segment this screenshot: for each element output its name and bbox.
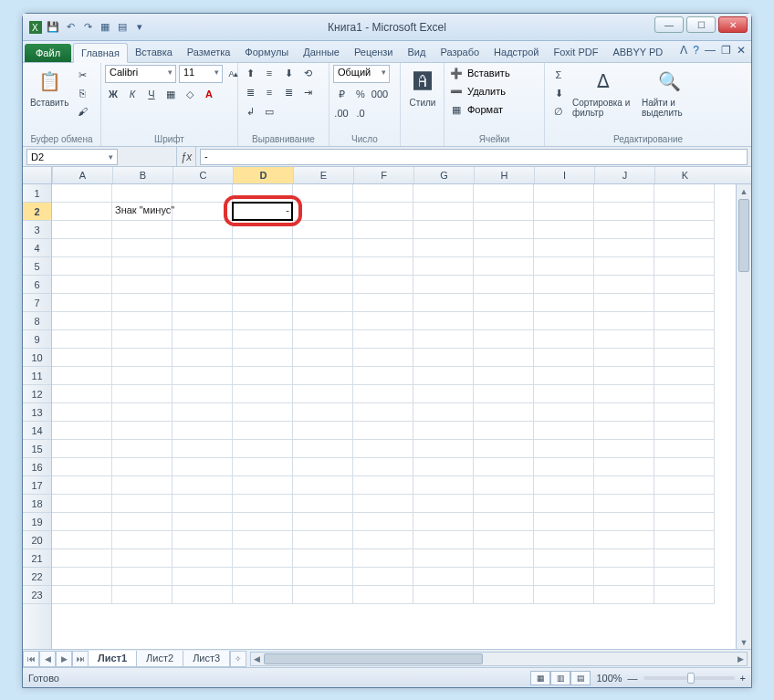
indent-icon[interactable]: ⇥	[299, 84, 316, 100]
scroll-thumb[interactable]	[738, 199, 749, 272]
cell[interactable]	[112, 239, 173, 257]
ribbon-minimize-icon[interactable]: ᐱ	[680, 44, 687, 57]
row-header[interactable]: 12	[23, 385, 51, 403]
cell[interactable]	[654, 513, 715, 531]
row-header[interactable]: 10	[23, 349, 51, 367]
cell[interactable]	[353, 458, 413, 476]
page-layout-view-icon[interactable]: ▥	[550, 671, 570, 685]
row-header[interactable]: 9	[23, 330, 51, 349]
cell[interactable]	[173, 422, 233, 440]
cell[interactable]	[293, 531, 353, 549]
doc-close-icon[interactable]: ✕	[737, 44, 746, 57]
cell[interactable]	[413, 221, 474, 239]
cell[interactable]	[293, 367, 353, 385]
maximize-button[interactable]: ☐	[686, 16, 716, 33]
underline-icon[interactable]: Ч	[143, 86, 160, 102]
row-header[interactable]: 8	[23, 312, 51, 330]
row-header[interactable]: 19	[23, 513, 51, 531]
cell[interactable]	[233, 312, 293, 330]
cell[interactable]	[654, 312, 715, 330]
cell[interactable]	[474, 330, 534, 349]
cell[interactable]: Знак "минус"	[112, 203, 173, 221]
cell[interactable]	[52, 312, 112, 330]
cell[interactable]	[173, 367, 233, 385]
cell[interactable]	[173, 403, 233, 422]
cell[interactable]	[233, 330, 293, 349]
cell[interactable]	[654, 549, 715, 568]
insert-cells-button[interactable]: ➕Вставить	[448, 65, 510, 81]
cell[interactable]	[413, 203, 474, 221]
cell[interactable]	[594, 203, 654, 221]
cell[interactable]	[233, 367, 293, 385]
cell[interactable]	[534, 294, 594, 312]
cell[interactable]	[173, 476, 233, 495]
name-box[interactable]: D2	[26, 149, 118, 165]
cell[interactable]	[173, 184, 233, 203]
cell[interactable]	[474, 221, 534, 239]
align-top-icon[interactable]: ⬆	[242, 65, 258, 81]
sheet-nav-prev-icon[interactable]: ◀	[39, 651, 56, 667]
cell[interactable]	[173, 568, 233, 586]
cell[interactable]	[353, 184, 413, 203]
row-header[interactable]: 7	[23, 294, 51, 312]
scroll-up-icon[interactable]: ▲	[737, 184, 751, 198]
zoom-slider[interactable]	[643, 676, 735, 680]
select-all-corner[interactable]	[23, 167, 52, 183]
cell[interactable]	[654, 568, 715, 586]
cell[interactable]	[52, 549, 112, 568]
cell[interactable]	[654, 184, 715, 203]
clear-icon[interactable]: ∅	[550, 103, 567, 120]
cell[interactable]	[413, 294, 474, 312]
vertical-scrollbar[interactable]: ▲ ▼	[736, 184, 751, 649]
cell[interactable]	[654, 458, 715, 476]
cell[interactable]	[413, 476, 474, 495]
cell[interactable]	[474, 403, 534, 422]
cell[interactable]	[594, 586, 654, 604]
paste-button[interactable]: 📋 Вставить	[26, 65, 72, 110]
row-header[interactable]: 21	[23, 549, 51, 568]
cell[interactable]	[413, 276, 474, 294]
cell[interactable]	[474, 568, 534, 586]
cell[interactable]	[654, 367, 715, 385]
cell[interactable]	[293, 495, 353, 513]
cell[interactable]	[594, 294, 654, 312]
comma-icon[interactable]: 000	[371, 86, 388, 102]
row-header[interactable]: 13	[23, 403, 51, 422]
cell[interactable]	[534, 385, 594, 403]
cell[interactable]	[474, 349, 534, 367]
cell[interactable]	[594, 330, 654, 349]
cell[interactable]	[534, 330, 594, 349]
cell[interactable]	[112, 568, 173, 586]
horizontal-scrollbar[interactable]: ◀ ▶	[250, 652, 748, 666]
cell[interactable]	[52, 221, 112, 239]
cell[interactable]	[594, 513, 654, 531]
cell[interactable]	[654, 257, 715, 276]
cell[interactable]	[654, 476, 715, 495]
cell[interactable]	[534, 312, 594, 330]
fill-color-icon[interactable]: ◇	[182, 86, 198, 102]
cell[interactable]	[594, 476, 654, 495]
cell[interactable]	[654, 221, 715, 239]
cell[interactable]	[112, 549, 173, 568]
cell[interactable]	[112, 349, 173, 367]
cell[interactable]	[654, 586, 715, 604]
cell[interactable]	[293, 239, 353, 257]
cell[interactable]	[52, 513, 112, 531]
cell[interactable]	[353, 440, 413, 458]
row-header[interactable]: 22	[23, 568, 51, 586]
cell[interactable]	[112, 422, 173, 440]
cell[interactable]	[594, 495, 654, 513]
cell-grid[interactable]: Знак "минус"-	[52, 184, 736, 649]
cell[interactable]	[173, 586, 233, 604]
format-cells-button[interactable]: ▦Формат	[448, 101, 503, 118]
cell[interactable]	[654, 495, 715, 513]
sheet-nav-next-icon[interactable]: ▶	[56, 651, 72, 667]
zoom-out-icon[interactable]: —	[628, 673, 638, 684]
cell[interactable]	[173, 549, 233, 568]
cell[interactable]	[474, 586, 534, 604]
formula-input[interactable]: -	[200, 149, 748, 165]
cell[interactable]	[173, 531, 233, 549]
cell[interactable]	[594, 549, 654, 568]
cell[interactable]	[112, 294, 173, 312]
cell[interactable]	[534, 458, 594, 476]
